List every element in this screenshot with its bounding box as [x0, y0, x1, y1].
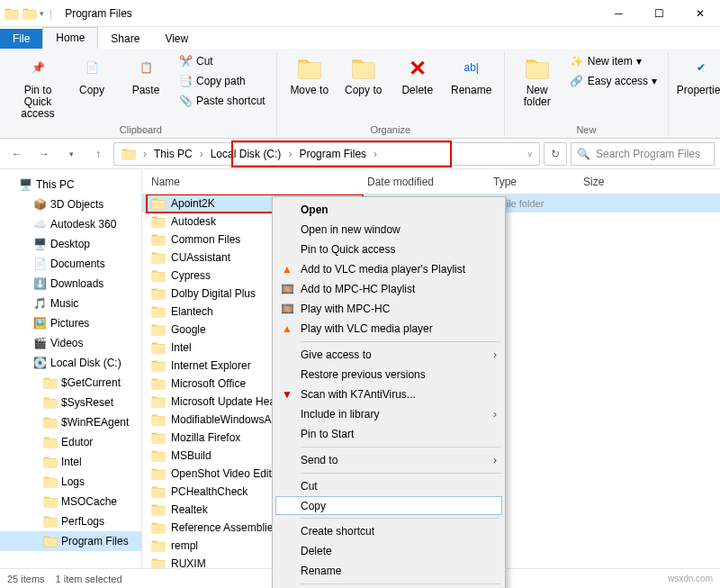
sidebar-item[interactable]: 💽Local Disk (C:) [0, 353, 141, 373]
sidebar-item[interactable]: ⬇️Downloads [0, 274, 141, 294]
address-dropdown[interactable]: v [523, 149, 538, 158]
ctx-create-shortcut[interactable]: Create shortcut [275, 521, 502, 541]
copy-path-button[interactable]: 📑Copy path [175, 72, 269, 90]
tab-view[interactable]: View [152, 29, 201, 49]
search-placeholder: Search Program Files [596, 148, 700, 160]
copyto-icon [349, 54, 378, 83]
paste-shortcut-button[interactable]: 📎Paste shortcut [175, 92, 269, 110]
forward-button[interactable]: → [32, 142, 56, 166]
sidebar-label: Downloads [50, 277, 104, 290]
close-button[interactable]: ✕ [680, 0, 720, 27]
breadcrumb[interactable]: › This PC › Local Disk (C:) › Program Fi… [113, 142, 540, 166]
col-date[interactable]: Date modified [358, 176, 484, 188]
ctx-play-mpc[interactable]: 🎞️Play with MPC-HC [275, 299, 502, 319]
ctx-copy[interactable]: Copy [275, 496, 502, 515]
new-item-button[interactable]: ✨New item ▾ [566, 52, 661, 70]
maximize-button[interactable]: ☐ [639, 0, 680, 27]
chevron-right-icon[interactable]: › [372, 148, 379, 160]
sidebar-item[interactable]: 🖥️Desktop [0, 234, 141, 254]
sidebar-label: Local Disk (C:) [50, 357, 122, 369]
refresh-button[interactable]: ↻ [544, 142, 567, 166]
back-button[interactable]: ← [5, 142, 29, 166]
folder-icon [151, 340, 166, 355]
ctx-send-to[interactable]: Send to› [275, 450, 502, 470]
folder-icon [43, 534, 58, 548]
chevron-right-icon[interactable]: › [141, 148, 148, 160]
sidebar-item[interactable]: ☁️Autodesk 360 [0, 214, 141, 234]
music-icon: 🎵 [32, 296, 47, 311]
new-folder-button[interactable]: New folder [512, 52, 562, 110]
sidebar-item[interactable]: $GetCurrent [0, 373, 141, 393]
ctx-open-new-window[interactable]: Open in new window [275, 220, 502, 240]
ctx-restore-versions[interactable]: Restore previous versions [275, 365, 502, 384]
ctx-include-library[interactable]: Include in library› [275, 404, 502, 424]
sidebar-item[interactable]: MSOCache [0, 492, 141, 511]
ctx-mpc-playlist[interactable]: 🎞️Add to MPC-HC Playlist [275, 279, 502, 299]
properties-button[interactable]: ✔Properties [676, 52, 720, 98]
sidebar-item[interactable]: $WinREAgent [0, 412, 141, 432]
crumb-local-disk[interactable]: Local Disk (C:) [205, 143, 287, 165]
sidebar-label: $WinREAgent [61, 416, 129, 429]
up-button[interactable]: ↑ [86, 142, 110, 166]
easy-access-button[interactable]: 🔗Easy access ▾ [566, 72, 661, 90]
separator [301, 583, 500, 584]
sidebar-label: $GetCurrent [61, 376, 121, 389]
chevron-right-icon[interactable]: › [198, 148, 205, 160]
folder-icon [43, 375, 58, 390]
sidebar-item[interactable]: 📄Documents [0, 254, 141, 274]
col-size[interactable]: Size [574, 176, 646, 188]
ctx-open[interactable]: Open [275, 200, 502, 220]
ctx-scan-k7[interactable]: ▼Scan with K7AntiVirus... [275, 384, 502, 404]
address-bar: ← → ▾ ↑ › This PC › Local Disk (C:) › Pr… [0, 139, 720, 169]
sidebar-item[interactable]: 🎵Music [0, 294, 141, 313]
tab-share[interactable]: Share [98, 29, 152, 49]
ctx-pin-start[interactable]: Pin to Start [275, 424, 502, 444]
ctx-vlc-playlist[interactable]: ▲Add to VLC media player's Playlist [275, 259, 502, 279]
sidebar-item[interactable]: Program Files [0, 531, 141, 551]
chevron-right-icon: › [493, 408, 497, 421]
col-type[interactable]: Type [484, 176, 574, 188]
ctx-delete[interactable]: Delete [275, 541, 502, 561]
crumb-this-pc[interactable]: This PC [148, 143, 198, 165]
sidebar-item[interactable]: $SysReset [0, 393, 141, 412]
ctx-cut[interactable]: Cut [275, 476, 502, 496]
minimize-button[interactable]: ─ [598, 0, 639, 27]
paste-button[interactable]: 📋Paste [121, 52, 171, 98]
copy-button[interactable]: 📄Copy [67, 52, 117, 98]
chevron-right-icon[interactable]: › [286, 148, 293, 160]
qat-dropdown[interactable]: ▾ [40, 9, 44, 18]
qat-item[interactable] [22, 5, 38, 22]
delete-button[interactable]: ✕Delete [392, 52, 443, 98]
tab-home[interactable]: Home [42, 27, 98, 49]
sidebar-item[interactable]: Logs [0, 472, 141, 492]
breadcrumb-icon[interactable] [116, 143, 141, 165]
sidebar-item[interactable]: 🖼️Pictures [0, 313, 141, 333]
ribbon: 📌Pin to Quick access 📄Copy 📋Paste ✂️Cut … [0, 49, 720, 139]
recent-dropdown[interactable]: ▾ [59, 142, 83, 166]
crumb-program-files[interactable]: Program Files [293, 143, 372, 165]
sidebar-item[interactable]: Intel [0, 452, 141, 472]
chevron-right-icon: › [493, 454, 497, 466]
sidebar-item[interactable]: 🖥️This PC [0, 175, 141, 194]
folder-icon [151, 430, 166, 445]
sidebar-item[interactable]: 🎬Videos [0, 333, 141, 353]
cut-button[interactable]: ✂️Cut [175, 52, 269, 70]
ctx-rename[interactable]: Rename [275, 561, 502, 581]
sidebar-item[interactable]: PerfLogs [0, 511, 141, 531]
sidebar-item[interactable]: 📦3D Objects [0, 194, 141, 214]
sidebar-item[interactable]: Edutor [0, 432, 141, 452]
col-name[interactable]: Name [142, 176, 358, 188]
ctx-pin-quick-access[interactable]: Pin to Quick access [275, 240, 502, 259]
delete-icon: ✕ [403, 54, 432, 83]
navigation-pane[interactable]: 🖥️This PC📦3D Objects☁️Autodesk 360🖥️Desk… [0, 169, 142, 568]
folder-icon [43, 514, 58, 529]
pin-button[interactable]: 📌Pin to Quick access [13, 52, 63, 122]
move-to-button[interactable]: Move to [284, 52, 335, 98]
copy-to-button[interactable]: Copy to [338, 52, 389, 98]
rename-button[interactable]: ab|Rename [446, 52, 497, 98]
ctx-play-vlc[interactable]: ▲Play with VLC media player [275, 319, 502, 339]
tab-file[interactable]: File [0, 29, 42, 49]
ctx-give-access[interactable]: Give access to› [275, 345, 502, 365]
folder-icon [151, 322, 166, 337]
search-input[interactable]: 🔍 Search Program Files [571, 142, 715, 166]
